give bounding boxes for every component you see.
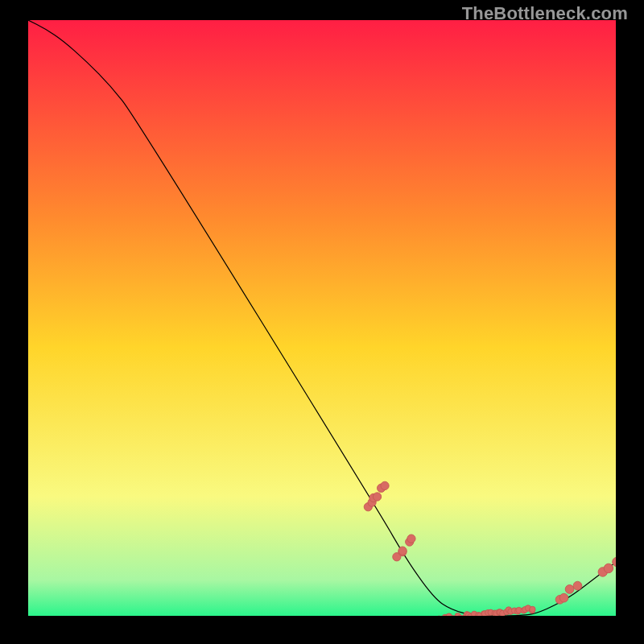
data-point <box>565 585 574 594</box>
data-point <box>407 535 415 543</box>
data-point <box>573 581 582 590</box>
bottleneck-chart <box>28 20 616 616</box>
heat-gradient-background <box>28 20 616 616</box>
data-point <box>381 481 389 489</box>
data-point <box>604 564 613 573</box>
chart-svg <box>28 20 616 616</box>
data-point <box>559 593 568 602</box>
data-point <box>398 547 407 555</box>
data-point <box>373 493 381 501</box>
data-point <box>530 606 535 612</box>
chart-stage: TheBottleneck.com <box>0 0 644 644</box>
data-point <box>446 613 452 616</box>
